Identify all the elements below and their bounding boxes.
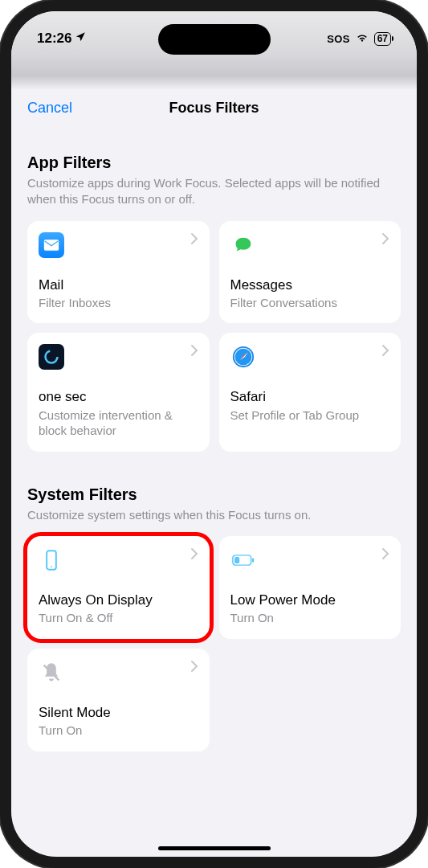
card-title: Safari: [230, 389, 390, 405]
system-filters-title: System Filters: [27, 485, 401, 504]
filter-card-safari[interactable]: Safari Set Profile or Tab Group: [219, 333, 402, 451]
location-icon: [75, 31, 86, 47]
svg-point-2: [46, 351, 58, 363]
safari-icon: [230, 344, 256, 370]
system-filters-section: System Filters Customize system settings…: [27, 485, 401, 751]
card-title: one sec: [39, 389, 198, 405]
card-subtitle: Turn On & Off: [39, 610, 198, 626]
status-time: 12:26: [37, 31, 86, 47]
battery-icon: 67: [374, 32, 391, 46]
system-filters-grid: Always On Display Turn On & Off L: [27, 536, 401, 751]
chevron-right-icon: [190, 660, 198, 676]
bell-slash-icon: [39, 660, 64, 686]
status-icons: SOS 67: [327, 32, 391, 46]
battery-level: 67: [377, 33, 388, 44]
time-label: 12:26: [37, 31, 71, 47]
card-subtitle: Turn On: [39, 723, 198, 739]
chevron-right-icon: [190, 232, 198, 248]
app-filters-title: App Filters: [27, 154, 401, 172]
filter-card-messages[interactable]: Messages Filter Conversations: [219, 221, 402, 324]
card-subtitle: Filter Inboxes: [39, 295, 198, 311]
app-filters-desc: Customize apps during Work Focus. Select…: [27, 175, 401, 208]
home-indicator[interactable]: [158, 846, 271, 850]
filter-card-silent-mode[interactable]: Silent Mode Turn On: [27, 649, 210, 751]
card-title: Mail: [39, 277, 198, 293]
svg-rect-9: [234, 557, 239, 563]
page-title: Focus Filters: [169, 100, 259, 117]
app-filters-section: App Filters Customize apps during Work F…: [27, 154, 401, 452]
system-filters-desc: Customize system settings when this Focu…: [27, 507, 401, 523]
sos-label: SOS: [327, 33, 349, 45]
wifi-icon: [355, 32, 369, 46]
svg-rect-0: [44, 240, 59, 250]
dynamic-island: [158, 24, 271, 55]
phone-icon: [39, 547, 64, 573]
phone-screen: 12:26 SOS 67 Cancel Focus Filters: [11, 11, 417, 857]
chevron-right-icon: [190, 344, 198, 360]
chevron-right-icon: [381, 344, 389, 360]
filter-card-mail[interactable]: Mail Filter Inboxes: [27, 221, 210, 324]
card-subtitle: Set Profile or Tab Group: [230, 407, 390, 424]
messages-icon: [230, 232, 256, 258]
card-title: Silent Mode: [39, 705, 198, 721]
chevron-right-icon: [381, 547, 389, 563]
app-filters-grid: Mail Filter Inboxes Messages: [27, 221, 401, 452]
card-title: Low Power Mode: [230, 592, 390, 608]
nav-bar: Cancel Focus Filters: [11, 90, 417, 131]
battery-low-icon: [230, 547, 256, 573]
filter-card-low-power[interactable]: Low Power Mode Turn On: [219, 536, 402, 639]
card-subtitle: Turn On: [230, 610, 390, 626]
svg-rect-10: [251, 558, 253, 562]
onesec-icon: [39, 344, 64, 370]
phone-frame: 12:26 SOS 67 Cancel Focus Filters: [0, 0, 428, 868]
card-title: Messages: [230, 277, 390, 293]
chevron-right-icon: [190, 547, 198, 563]
card-subtitle: Filter Conversations: [230, 295, 390, 311]
content: App Filters Customize apps during Work F…: [11, 154, 417, 751]
svg-point-7: [51, 566, 52, 567]
cancel-button[interactable]: Cancel: [27, 100, 72, 117]
card-subtitle: Customize intervention & block behavior: [39, 407, 198, 439]
chevron-right-icon: [381, 232, 389, 248]
filter-card-onesec[interactable]: one sec Customize intervention & block b…: [27, 333, 210, 451]
header-blur: [11, 55, 417, 90]
filter-card-always-on-display[interactable]: Always On Display Turn On & Off: [27, 536, 210, 639]
card-title: Always On Display: [39, 592, 198, 608]
mail-icon: [39, 232, 64, 258]
